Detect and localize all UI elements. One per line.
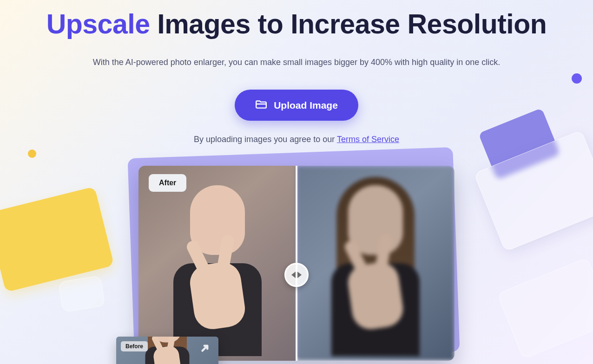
folder-upload-icon (255, 99, 267, 111)
terms-of-service-link[interactable]: Terms of Service (337, 135, 399, 144)
comparison-showcase: After Before (138, 166, 455, 361)
compare-before-side (296, 166, 455, 361)
compare-slider-handle[interactable] (284, 263, 309, 287)
page-subtitle: With the AI-powered photo enlarger, you … (93, 58, 500, 67)
after-label: After (149, 174, 186, 192)
before-thumbnail[interactable]: Before (116, 337, 218, 364)
expand-icon (200, 341, 212, 355)
page-title: Upscale Images to Increase Resolution (46, 8, 547, 40)
page-title-rest: Images to Increase Resolution (157, 9, 547, 39)
before-after-compare[interactable]: After (138, 166, 455, 361)
compare-after-side (138, 166, 296, 361)
tos-prefix: By uploading images you agree to our (194, 135, 337, 144)
page-title-accent: Upscale (46, 9, 150, 39)
tos-text: By uploading images you agree to our Ter… (194, 135, 399, 144)
upload-image-button-label: Upload Image (274, 100, 338, 111)
upload-image-button[interactable]: Upload Image (235, 90, 358, 121)
chevron-right-icon (297, 272, 302, 278)
before-label: Before (121, 341, 148, 351)
chevron-left-icon (291, 272, 296, 278)
